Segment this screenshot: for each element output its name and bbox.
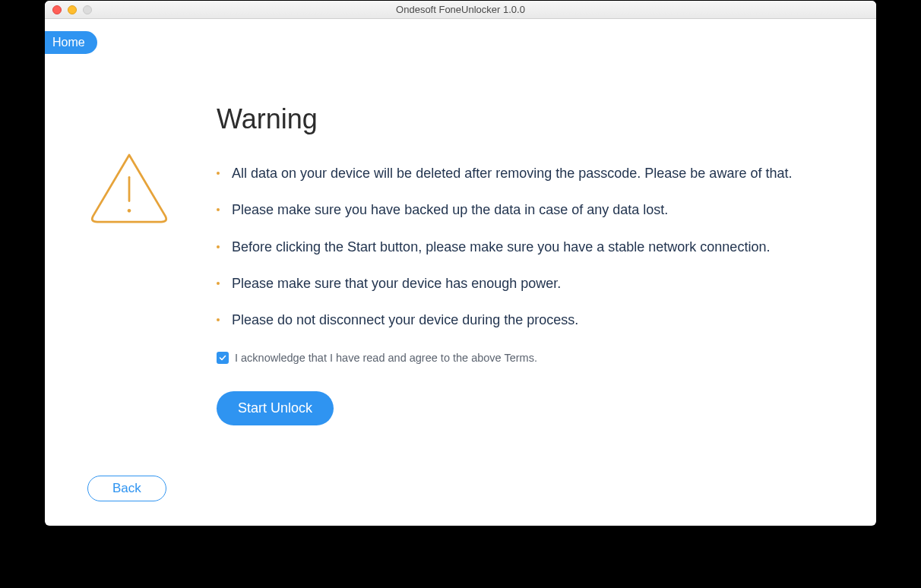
acknowledge-checkbox[interactable] [217, 352, 229, 364]
titlebar: Ondesoft FoneUnlocker 1.0.0 [45, 1, 876, 19]
start-unlock-button[interactable]: Start Unlock [217, 391, 334, 425]
warning-list: All data on your device will be deleted … [217, 164, 846, 329]
back-button[interactable]: Back [87, 476, 166, 501]
acknowledge-label: I acknowledge that I have read and agree… [235, 352, 537, 364]
acknowledge-row: I acknowledge that I have read and agree… [217, 352, 846, 364]
warning-list-item: Please do not disconnect your device dur… [217, 311, 846, 329]
warning-list-item: All data on your device will be deleted … [217, 164, 846, 182]
warning-heading: Warning [217, 103, 846, 135]
window-title: Ondesoft FoneUnlocker 1.0.0 [45, 4, 876, 15]
warning-list-item: Please make sure you have backed up the … [217, 201, 846, 219]
warning-list-item: Before clicking the Start button, please… [217, 238, 846, 256]
app-window: Ondesoft FoneUnlocker 1.0.0 Home Warning… [45, 1, 876, 526]
content-area: Warning All data on your device will be … [45, 62, 876, 526]
warning-triangle-icon [87, 147, 171, 230]
warning-list-item: Please make sure that your device has en… [217, 274, 846, 292]
main-column: Warning All data on your device will be … [217, 62, 876, 425]
home-tab[interactable]: Home [45, 31, 97, 54]
svg-point-1 [128, 209, 131, 213]
